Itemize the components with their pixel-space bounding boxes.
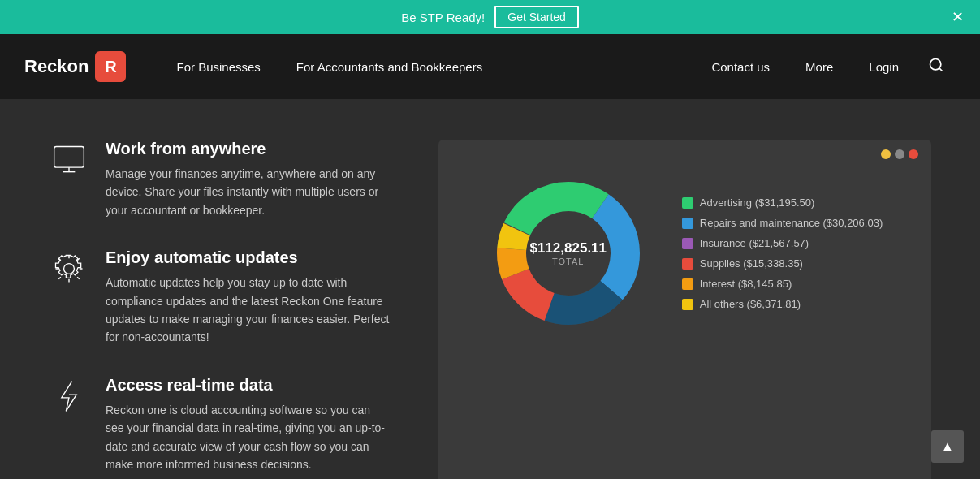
legend-label: Repairs and maintenance ($30,206.03) [700, 217, 883, 229]
feature-work-anywhere-desc: Manage your finances anytime, anywhere a… [106, 165, 390, 219]
dot-yellow [881, 149, 891, 159]
gear-icon [49, 248, 89, 289]
logo-text: Reckon [24, 56, 89, 77]
dot-red [909, 149, 918, 159]
legend-label: Advertising ($31,195.50) [700, 196, 815, 209]
legend-item: Advertising ($31,195.50) [682, 196, 883, 209]
feature-realtime-data-title: Access real-time data [106, 376, 390, 395]
feature-realtime-data-desc: Reckon one is cloud accounting software … [106, 401, 390, 474]
svg-rect-2 [54, 147, 84, 168]
nav-item-login[interactable]: Login [851, 34, 917, 99]
feature-work-anywhere-title: Work from anywhere [106, 140, 390, 158]
feature-work-anywhere-text: Work from anywhere Manage your finances … [106, 140, 390, 219]
logo[interactable]: Reckon R [24, 51, 126, 82]
feature-auto-updates-desc: Automatic updates help you stay up to da… [106, 274, 390, 347]
donut-amount: $112,825.11 [529, 240, 607, 257]
donut-label: TOTAL [529, 257, 607, 266]
chart-area: $112,825.11 TOTAL Advertising ($31,195.5… [455, 172, 915, 334]
feature-realtime-data: Access real-time data Reckon one is clou… [49, 376, 390, 474]
bolt-icon [49, 376, 89, 416]
nav-right: Contact us More Login [693, 34, 956, 99]
legend-color-box [682, 299, 693, 310]
feature-work-anywhere: Work from anywhere Manage your finances … [49, 140, 390, 219]
feature-auto-updates-title: Enjoy automatic updates [106, 248, 390, 267]
feature-realtime-data-text: Access real-time data Reckon one is clou… [106, 376, 390, 474]
logo-icon: R [95, 51, 126, 82]
legend-label: Supplies ($15,338.35) [700, 257, 803, 270]
legend-item: All others ($6,371.81) [682, 298, 883, 310]
banner-cta-button[interactable]: Get Started [494, 6, 579, 28]
navbar: Reckon R For Businesses For Accountants … [0, 34, 980, 99]
legend-item: Supplies ($15,338.35) [682, 257, 883, 270]
legend-color-box [682, 278, 693, 290]
legend-item: Interest ($8,145.85) [682, 278, 883, 290]
scroll-top-button[interactable]: ▲ [931, 430, 964, 463]
main-content: Work from anywhere Manage your finances … [0, 99, 980, 479]
top-banner: Be STP Ready! Get Started ✕ [0, 0, 980, 34]
feature-auto-updates-text: Enjoy automatic updates Automatic update… [106, 248, 390, 347]
donut-center: $112,825.11 TOTAL [529, 240, 607, 266]
chart-window-dots [881, 149, 918, 159]
banner-close-button[interactable]: ✕ [952, 8, 964, 26]
legend-color-box [682, 258, 693, 270]
svg-point-5 [64, 264, 75, 274]
monitor-icon [49, 140, 89, 180]
legend-label: Insurance ($21,567.57) [700, 237, 809, 249]
legend-color-box [682, 197, 693, 209]
scroll-top-icon: ▲ [940, 438, 955, 455]
feature-auto-updates: Enjoy automatic updates Automatic update… [49, 248, 390, 347]
legend-label: Interest ($8,145.85) [700, 278, 792, 290]
svg-point-0 [930, 58, 941, 69]
donut-chart: $112,825.11 TOTAL [487, 172, 650, 334]
banner-text: Be STP Ready! [401, 11, 485, 24]
nav-item-businesses[interactable]: For Businesses [158, 34, 278, 99]
chart-panel: $112,825.11 TOTAL Advertising ($31,195.5… [438, 140, 931, 479]
features-column: Work from anywhere Manage your finances … [49, 140, 390, 479]
legend-item: Insurance ($21,567.57) [682, 237, 883, 249]
nav-item-contact[interactable]: Contact us [693, 34, 788, 99]
chart-legend: Advertising ($31,195.50)Repairs and main… [682, 196, 883, 310]
nav-item-more[interactable]: More [788, 34, 851, 99]
nav-links: For Businesses For Accountants and Bookk… [158, 34, 693, 99]
dot-gray [895, 149, 904, 159]
nav-item-accountants[interactable]: For Accountants and Bookkeepers [278, 34, 500, 99]
search-icon[interactable] [917, 57, 956, 77]
legend-label: All others ($6,371.81) [700, 298, 801, 310]
svg-line-1 [939, 67, 943, 71]
legend-color-box [682, 238, 693, 249]
legend-color-box [682, 218, 693, 229]
legend-item: Repairs and maintenance ($30,206.03) [682, 217, 883, 229]
